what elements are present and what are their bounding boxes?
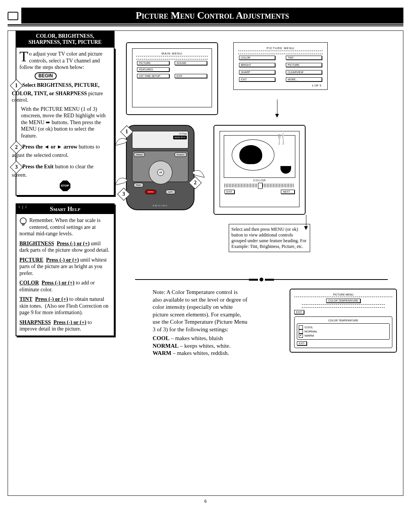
remote-brand: PHILIPS — [127, 204, 194, 207]
pm-more: MORE… — [286, 77, 322, 81]
sample-picture: 🍴 — [224, 135, 295, 178]
def-color: COLOR Press (-) or (+) to add or elimina… — [19, 280, 111, 293]
remote-av-button[interactable]: A/V — [166, 190, 175, 194]
hand-icon — [115, 174, 130, 186]
picture-menu-label: PICTURE MENU — [237, 46, 324, 50]
opt-warm: ✔WARM — [299, 334, 388, 338]
main-menu-sound: SOUND — [175, 61, 207, 65]
color-temp-panel: PICTURE MENU COLOR TEMPERATURE EXIT COLO… — [290, 289, 397, 353]
step-marker-3: 3 — [10, 161, 23, 174]
remote-mode: HDR PTV — [173, 136, 187, 139]
stop-icon — [60, 181, 70, 191]
main-menu-features: FEATURES — [137, 67, 169, 72]
rays-icon: \ | / — [19, 205, 27, 209]
temp-exit2: EXIT — [297, 341, 307, 345]
remote-info-button[interactable]: INFO — [145, 190, 156, 194]
fork-icon: 🍴 — [275, 133, 288, 145]
def-tint: TINT Press (-) or (+) to obtain natural … — [19, 296, 111, 316]
step-2: 2 Press the ◄ or ► arrow buttons to adju… — [12, 143, 103, 159]
smart-help-box: \ | / Smart Help Remember. When the bar … — [16, 203, 115, 336]
remote-source-button[interactable]: Source — [174, 152, 187, 157]
smart-help-title: Smart Help — [50, 206, 80, 212]
def-brightness: BRIGHTNESS Press (-) or (+) Press (-) or… — [19, 240, 111, 254]
intro-text: T o adjust your TV color and picture con… — [19, 51, 111, 71]
remote-dpad[interactable] — [149, 161, 172, 184]
smart-help-intro: Remember. When the bar scale is centered… — [19, 217, 100, 236]
temp-exit1: EXIT — [294, 310, 304, 314]
remote-illustration: 12:37pm HDR PTV Menu Source Exit INFO A/… — [126, 125, 194, 210]
color-temp-note: Note: A Color Temperature control is als… — [153, 289, 248, 333]
section-divider — [126, 276, 397, 283]
step-marker-2: 2 — [10, 141, 23, 154]
main-menu-label: MAIN MENU — [135, 52, 209, 55]
opt-normal: NORMAL — [299, 329, 388, 334]
remote-exit-button[interactable]: Exit — [134, 183, 143, 187]
color-exit: EXIT — [225, 190, 234, 194]
opt-cool: COOL — [299, 325, 388, 329]
def-sharpness: SHARPNESS Press (-) or (+) to improve de… — [19, 319, 111, 332]
step-1-detail: With the PICTURE MENU (1 of 3) onscreen,… — [21, 106, 111, 139]
def-picture: PICTURE Press (-) or (+) until whitest p… — [19, 257, 111, 277]
color-slider — [225, 184, 295, 187]
pm-clearview: CLEARVIEW — [286, 70, 322, 74]
rule-thick — [8, 24, 403, 26]
main-menu-setup: 1ST TIME SETUP — [137, 74, 169, 78]
pm-exit: EXIT — [239, 77, 275, 81]
bulb-icon — [19, 217, 27, 228]
color-adjust-label: COLOR — [222, 179, 297, 182]
temp-submenu-label: COLOR TEMPERATURE — [297, 319, 390, 322]
sidebar-box: COLOR, BRIGHTNESS, SHARPNESS, TINT, PICT… — [16, 31, 115, 196]
page-title: Picture Menu Control Adjustments — [21, 8, 403, 24]
temp-menu-label: PICTURE MENU — [294, 293, 392, 297]
pm-sharp: SHARP — [239, 70, 275, 74]
main-menu-exit: EXIT — [175, 74, 207, 78]
picture-menu-panel: PICTURE MENU COLOR TINT BRIGHT PICTURE S… — [233, 42, 328, 90]
page-number: 6 — [8, 499, 403, 503]
rule-thin — [8, 26, 403, 27]
tv-color-adjust: 🍴 COLOR EXIT NEXT… — [213, 125, 306, 215]
arrow-line — [277, 99, 277, 115]
step-1: 1 Select BRIGHTNESS, PICTURE, COLOR, TIN… — [12, 81, 103, 104]
sidebar-heading: COLOR, BRIGHTNESS, SHARPNESS, TINT, PICT… — [16, 31, 115, 48]
color-next: NEXT… — [281, 190, 295, 194]
tv-icon — [8, 12, 18, 20]
pm-tint: TINT — [286, 56, 322, 60]
step-marker-1: 1 — [10, 79, 23, 92]
remote-menu-button[interactable]: Menu — [134, 152, 145, 157]
pm-color: COLOR — [239, 56, 275, 60]
temp-item: COLOR TEMPERATURE — [326, 299, 360, 303]
callout-box: Select and then press MENU (or ok) butto… — [229, 224, 310, 252]
svg-point-0 — [20, 218, 26, 224]
begin-badge: BEGIN — [35, 72, 57, 80]
main-menu-picture: PICTURE — [137, 61, 169, 65]
pm-page: 1 OF 3 — [237, 84, 321, 87]
step-3: 3 Press the Exit button to clear the scr… — [12, 163, 103, 179]
tv-main-menu: MAIN MENU PICTURE SOUND FEATURES 1ST TIM… — [126, 42, 218, 115]
hand-icon — [190, 167, 205, 178]
remote-clock: 12:37pm — [134, 133, 187, 135]
pm-picture: PICTURE — [286, 63, 322, 67]
arrow-down-icon — [275, 114, 279, 118]
pm-bright: BRIGHT — [239, 63, 275, 67]
